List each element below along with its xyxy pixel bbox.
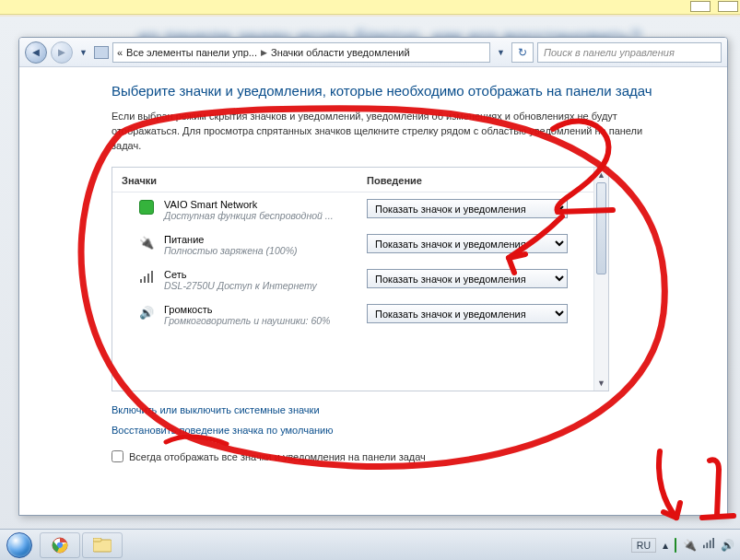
vaio-icon — [138, 199, 155, 216]
taskbar-explorer-button[interactable] — [82, 532, 123, 558]
control-panel-window: ◄ ► ▼ « Все элементы панели упр... ▶ Зна… — [18, 37, 728, 516]
taskbar-chrome-button[interactable] — [40, 532, 80, 558]
toggle-system-icons-link[interactable]: Включить или выключить системные значки — [112, 404, 320, 415]
volume-icon: 🔊 — [138, 304, 155, 321]
taskbar: RU ▴ 🔌 🔊 — [0, 529, 740, 560]
breadcrumb-part-1[interactable]: Все элементы панели упр... — [126, 47, 257, 58]
page-description: Если выбран режим скрытия значков и увед… — [112, 110, 664, 154]
item-sub: DSL-2750U Доступ к Интернету — [164, 280, 358, 291]
breadcrumb-root-chevron[interactable]: « — [117, 47, 123, 58]
item-sub: Доступная функция беспроводной ... — [164, 210, 358, 221]
item-name: VAIO Smart Network — [164, 199, 358, 210]
network-icon — [138, 269, 155, 286]
breadcrumb[interactable]: « Все элементы панели упр... ▶ Значки об… — [112, 42, 490, 63]
nav-history-dropdown[interactable]: ▼ — [76, 48, 90, 57]
panel-header: Значки Поведение — [112, 168, 608, 192]
always-show-checkbox[interactable] — [112, 450, 123, 462]
behavior-select[interactable]: Показать значок и уведомления — [367, 234, 568, 253]
restore-default-link[interactable]: Восстановить поведение значка по умолчан… — [112, 425, 334, 436]
panel-scrollbar[interactable]: ▲ ▼ — [593, 168, 608, 391]
svg-rect-7 — [93, 538, 101, 542]
always-show-row: Всегда отображать все значки и уведомлен… — [112, 450, 709, 462]
tray-network-icon[interactable] — [703, 538, 714, 552]
page-title: Выберите значки и уведомления, которые н… — [112, 82, 709, 100]
nav-back-button[interactable]: ◄ — [25, 41, 47, 64]
panel-body: VAIO Smart Network Доступная функция бес… — [112, 192, 608, 382]
explorer-toolbar: ◄ ► ▼ « Все элементы панели упр... ▶ Зна… — [19, 38, 727, 67]
item-sub: Полностью заряжена (100%) — [164, 245, 358, 256]
tray-volume-icon[interactable]: 🔊 — [721, 539, 734, 552]
column-header-behavior: Поведение — [367, 175, 599, 186]
tray-power-icon[interactable]: 🔌 — [683, 539, 697, 552]
svg-rect-3 — [151, 271, 153, 283]
language-indicator[interactable]: RU — [631, 538, 656, 553]
svg-rect-2 — [147, 274, 149, 283]
breadcrumb-part-2[interactable]: Значки области уведомлений — [271, 47, 410, 58]
item-name: Громкость — [164, 304, 358, 315]
svg-rect-10 — [710, 541, 711, 549]
scroll-down-icon[interactable]: ▼ — [594, 376, 608, 391]
list-item: Сеть DSL-2750U Доступ к Интернету Показа… — [112, 262, 608, 298]
browser-tab-strip — [0, 0, 740, 15]
browser-max-icon[interactable] — [718, 1, 738, 12]
scroll-thumb[interactable] — [596, 182, 606, 274]
column-header-icons: Значки — [122, 175, 367, 186]
svg-rect-11 — [712, 538, 714, 548]
always-show-label: Всегда отображать все значки и уведомлен… — [129, 451, 426, 462]
content-area: Выберите значки и уведомления, которые н… — [19, 67, 727, 515]
system-tray: RU ▴ 🔌 🔊 — [631, 538, 734, 553]
links-block: Включить или выключить системные значки … — [112, 404, 709, 445]
power-icon: 🔌 — [138, 234, 155, 251]
svg-rect-0 — [140, 279, 142, 283]
tray-chevron-icon[interactable]: ▴ — [663, 539, 668, 552]
behavior-select[interactable]: Показать значок и уведомления — [367, 269, 568, 288]
item-sub: Громкоговоритель и наушники: 60% — [164, 315, 358, 326]
search-input[interactable]: Поиск в панели управления — [537, 42, 722, 63]
tray-vaio-icon[interactable] — [675, 539, 676, 552]
item-name: Сеть — [164, 269, 358, 280]
scroll-up-icon[interactable]: ▲ — [594, 168, 608, 182]
svg-rect-9 — [706, 542, 708, 548]
breadcrumb-sep-icon: ▶ — [261, 48, 267, 57]
icons-panel: Значки Поведение VAIO Smart Network Дост… — [112, 167, 609, 391]
list-item: 🔌 Питание Полностью заряжена (100%) Пока… — [112, 228, 608, 262]
nav-forward-button[interactable]: ► — [51, 41, 73, 64]
item-name: Питание — [164, 234, 358, 245]
list-item: 🔊 Громкость Громкоговоритель и наушники:… — [112, 298, 608, 332]
browser-min-icon[interactable] — [690, 1, 711, 12]
breadcrumb-dropdown[interactable]: ▼ — [494, 48, 508, 57]
refresh-button[interactable]: ↻ — [511, 42, 534, 63]
svg-rect-8 — [703, 545, 705, 548]
list-item: VAIO Smart Network Доступная функция бес… — [112, 192, 608, 228]
start-button[interactable] — [0, 530, 39, 561]
svg-rect-1 — [144, 276, 146, 283]
control-panel-icon — [94, 46, 109, 59]
behavior-select[interactable]: Показать значок и уведомления — [367, 199, 568, 218]
behavior-select[interactable]: Показать значок и уведомления — [367, 304, 568, 323]
